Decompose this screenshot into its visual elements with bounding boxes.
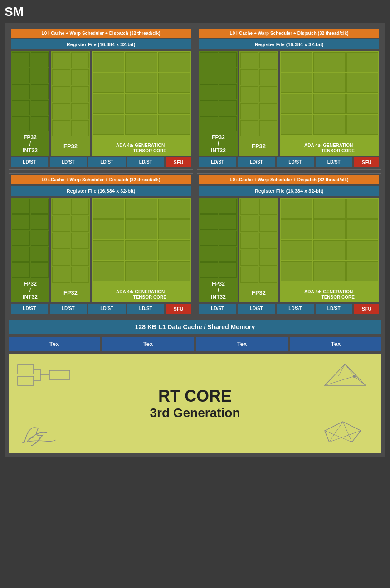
warp-unit-bottom-left: L0 i-Cache + Warp Scheduler + Dispatch (…	[9, 173, 193, 316]
register-file-br: Register File (16,384 x 32-bit)	[199, 186, 379, 196]
rt-core-subtitle: 3rd Generation	[150, 406, 240, 420]
rt-core-title: RT CORE	[150, 387, 240, 406]
svg-point-12	[353, 375, 356, 378]
l0-bar-bl: L0 i-Cache + Warp Scheduler + Dispatch (…	[11, 175, 191, 184]
warp-unit-bottom-right: L0 i-Cache + Warp Scheduler + Dispatch (…	[197, 173, 381, 316]
rt-core-text: RT CORE 3rd Generation	[150, 387, 240, 420]
register-file-bl: Register File (16,384 x 32-bit)	[11, 186, 191, 196]
ldst-bl-4: LD/ST	[127, 304, 165, 314]
ldst-tr-4: LD/ST	[316, 157, 353, 167]
ldst-tr-3: LD/ST	[277, 157, 314, 167]
l0-bar-tl: L0 i-Cache + Warp Scheduler + Dispatch (…	[11, 29, 191, 38]
ldst-tl-2: LD/ST	[50, 157, 87, 167]
tex-row: Tex Tex Tex Tex	[9, 337, 381, 351]
svg-rect-1	[18, 376, 34, 385]
sfu-tl: SFU	[166, 157, 191, 167]
sm-title: SM	[5, 5, 385, 19]
ldst-br-1: LD/ST	[199, 304, 236, 314]
l0-bar-br: L0 i-Cache + Warp Scheduler + Dispatch (…	[199, 175, 379, 184]
l0-bar-tr: L0 i-Cache + Warp Scheduler + Dispatch (…	[199, 29, 379, 38]
tex-box-1: Tex	[9, 337, 100, 351]
register-file-tl: Register File (16,384 x 32-bit)	[11, 39, 191, 49]
ldst-bl-2: LD/ST	[50, 304, 87, 314]
ldst-tl-4: LD/ST	[127, 157, 165, 167]
svg-rect-6	[49, 370, 70, 379]
l1-cache-bar: 128 KB L1 Data Cache / Shared Memory	[9, 320, 381, 334]
ldst-br-3: LD/ST	[277, 304, 314, 314]
sfu-bl: SFU	[166, 304, 191, 314]
ldst-br-4: LD/ST	[316, 304, 353, 314]
ldst-tl-3: LD/ST	[88, 157, 126, 167]
ldst-tl-1: LD/ST	[11, 157, 48, 167]
svg-line-8	[345, 364, 354, 376]
tex-box-2: Tex	[102, 337, 194, 351]
svg-line-9	[354, 376, 366, 385]
ldst-tr-1: LD/ST	[199, 157, 236, 167]
svg-rect-0	[18, 365, 34, 374]
ldst-bl-1: LD/ST	[11, 304, 48, 314]
warp-unit-top-left: L0 i-Cache + Warp Scheduler + Dispatch (…	[9, 27, 193, 170]
rt-core-section: RT CORE 3rd Generation	[9, 354, 381, 453]
tex-box-4: Tex	[290, 337, 381, 351]
tex-box-3: Tex	[196, 337, 288, 351]
ldst-bl-3: LD/ST	[88, 304, 126, 314]
svg-marker-13	[325, 422, 361, 442]
warp-unit-top-right: L0 i-Cache + Warp Scheduler + Dispatch (…	[197, 27, 381, 170]
ldst-tr-2: LD/ST	[238, 157, 275, 167]
sfu-tr: SFU	[354, 157, 379, 167]
sm-container: L0 i-Cache + Warp Scheduler + Dispatch (…	[5, 23, 385, 457]
sfu-br: SFU	[354, 304, 379, 314]
quadrant-grid: L0 i-Cache + Warp Scheduler + Dispatch (…	[9, 27, 381, 316]
svg-marker-7	[325, 364, 366, 385]
ldst-br-2: LD/ST	[238, 304, 275, 314]
register-file-tr: Register File (16,384 x 32-bit)	[199, 39, 379, 49]
